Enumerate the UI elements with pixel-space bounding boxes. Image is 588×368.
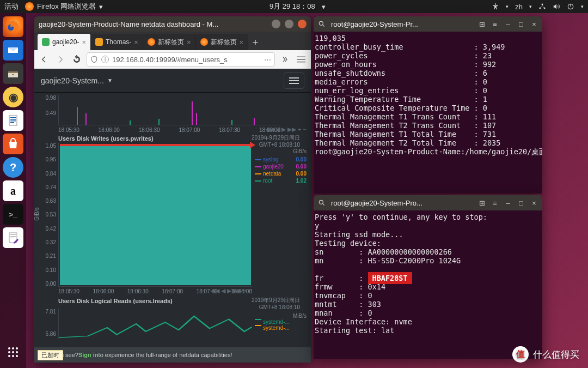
svg-rect-13 [10, 122, 14, 123]
url-text: 192.168.0.40:19999/#menu_users_s [112, 56, 261, 64]
window-minimize[interactable]: – [504, 199, 512, 207]
app-menu[interactable]: Firefox 网络浏览器 ▾ [25, 2, 103, 11]
svg-point-1 [542, 3, 543, 5]
url-bar[interactable]: i 192.168.0.40:19999/#menu_users_s ⋯ [87, 52, 275, 67]
svg-rect-15 [10, 234, 16, 235]
launcher-help[interactable]: ? [3, 157, 23, 178]
overflow-button[interactable] [278, 53, 291, 66]
tab-close-icon[interactable]: × [240, 38, 244, 46]
launcher-thunderbird[interactable] [3, 40, 23, 61]
tab-newtab-1[interactable]: 新标签页 × [143, 34, 196, 50]
clock[interactable]: 9月 29 18：08 [270, 2, 315, 11]
terminal-window-2: root@gaojie20-System-Pro... ⊞ ≡ – □ × Pr… [314, 195, 542, 359]
terminal-window-1: root@gaojie20-System-Pr... ⊞ ≡ – □ × 119… [314, 16, 542, 194]
mini-chart[interactable]: 0.98 0.49 18:05:30 18:06:00 [58, 95, 307, 132]
timeout-toast: 已超时 [38, 350, 63, 360]
svg-rect-19 [297, 59, 305, 59]
launcher-files[interactable] [3, 63, 23, 84]
activities-button[interactable]: 活动 [4, 2, 19, 11]
netdata-hostname[interactable]: gaojie20-System... [41, 76, 104, 85]
window-maximize[interactable] [285, 20, 293, 28]
svg-rect-10 [10, 117, 16, 118]
menu-icon[interactable]: ≡ [491, 20, 499, 28]
info-icon[interactable]: i [101, 56, 109, 63]
launcher-firefox[interactable] [3, 16, 23, 37]
svg-rect-12 [10, 120, 16, 122]
window-minimize[interactable]: – [504, 20, 512, 28]
shield-icon [90, 56, 98, 63]
chevron-down-icon: ▾ [99, 3, 103, 11]
svg-point-22 [319, 200, 323, 204]
new-tab-icon[interactable]: ⊞ [478, 199, 486, 207]
tab-close-icon[interactable]: × [187, 38, 191, 46]
svg-rect-8 [12, 74, 14, 75]
chevron-down-icon: ▾ [529, 4, 532, 9]
writes-chart[interactable]: GiB/s 1.05 0.95 0.84 0.74 0.63 0.53 0.42… [58, 143, 307, 294]
network-icon[interactable] [538, 3, 546, 10]
window-titlebar[interactable]: gaojie20-System-Product-Name netdata das… [34, 16, 311, 32]
window-maximize[interactable]: □ [517, 199, 525, 207]
tab-favicon-icon [42, 38, 50, 46]
input-method[interactable]: zh [515, 3, 523, 11]
gnome-topbar: 活动 Firefox 网络浏览器 ▾ 9月 29 18：08 ▾ ▾ zh ▾ … [0, 0, 588, 13]
window-maximize[interactable]: □ [517, 20, 525, 28]
launcher-writer[interactable] [3, 110, 23, 131]
chart-controls[interactable]: ◀◀ ◀ ▶ ▶▶ + − [265, 126, 307, 133]
launcher-terminal[interactable]: >_ [3, 204, 23, 225]
charts-area: 0.98 0.49 18:05:30 18:06:00 [34, 93, 311, 341]
signin-link[interactable]: Sign in [78, 352, 99, 358]
tab-close-icon[interactable]: × [82, 38, 86, 46]
forward-button[interactable] [54, 53, 67, 66]
watermark-badge: 值 [512, 346, 529, 363]
search-icon[interactable] [318, 20, 326, 28]
window-minimize[interactable] [272, 20, 280, 28]
launcher-amazon[interactable]: a [3, 180, 23, 201]
tab-close-icon[interactable]: × [134, 38, 138, 46]
dropdown-icon: ▾ [322, 3, 326, 11]
tab-newtab-2[interactable]: 新标签页 × [196, 34, 249, 50]
power-icon[interactable] [567, 3, 574, 10]
svg-rect-17 [10, 238, 14, 238]
chevron-down-icon: ▼ [107, 77, 113, 83]
tab-thomas[interactable]: Thomas- × [91, 34, 143, 50]
app-menu-button[interactable] [295, 53, 308, 66]
tab-netdata[interactable]: gaojie20- × [38, 34, 91, 50]
reload-button[interactable] [70, 53, 83, 66]
window-close[interactable] [298, 20, 307, 28]
terminal-titlebar[interactable]: root@gaojie20-System-Pr... ⊞ ≡ – □ × [314, 16, 542, 32]
window-title: gaojie20-System-Product-Name netdata das… [39, 20, 267, 28]
launcher-dock: ◉ ? a >_ [0, 13, 26, 368]
new-tab-icon[interactable]: ⊞ [478, 20, 486, 28]
terminal-titlebar[interactable]: root@gaojie20-System-Pro... ⊞ ≡ – □ × [314, 195, 542, 210]
terminal-output[interactable]: 119,035 controller_busy_time : 3,949 pow… [314, 32, 542, 194]
svg-rect-18 [297, 57, 305, 57]
launcher-rhythmbox[interactable]: ◉ [3, 87, 23, 107]
menu-toggle[interactable] [284, 73, 304, 89]
tab-favicon-icon [200, 38, 208, 46]
svg-rect-20 [297, 62, 305, 62]
watermark: 值 什么值得买 [512, 346, 579, 363]
svg-point-3 [544, 7, 546, 9]
window-close[interactable]: × [530, 199, 538, 207]
new-tab-button[interactable]: + [248, 35, 262, 50]
svg-rect-16 [10, 236, 16, 237]
volume-icon[interactable] [553, 3, 560, 10]
signin-banner[interactable]: what you see? Sign in to experience the … [34, 347, 311, 363]
svg-point-2 [539, 7, 541, 9]
url-more-icon[interactable]: ⋯ [264, 56, 271, 64]
terminal-output[interactable]: Press 'y' to continue, any key to stop: … [314, 210, 542, 359]
chart-legend: GiB/s syslog0.00 gaojie200.00 netdata0.0… [255, 148, 307, 184]
show-applications[interactable] [3, 342, 23, 363]
menu-icon[interactable]: ≡ [491, 199, 499, 207]
reads-chart[interactable]: 7.81 5.86 MiB/s systemd-... systemd-... [58, 309, 307, 339]
launcher-software[interactable] [3, 134, 23, 154]
window-close[interactable]: × [530, 20, 538, 28]
firefox-icon [25, 2, 34, 11]
accessibility-icon[interactable] [492, 3, 499, 10]
netdata-header: gaojie20-System... ▼ [34, 69, 311, 93]
tab-favicon-icon [148, 38, 155, 46]
search-icon[interactable] [318, 199, 326, 207]
chart-controls[interactable]: ◀◀ ◀ ▶ ▶▶ + − [211, 287, 252, 294]
back-button[interactable] [38, 53, 51, 66]
launcher-text-editor[interactable] [3, 227, 23, 248]
